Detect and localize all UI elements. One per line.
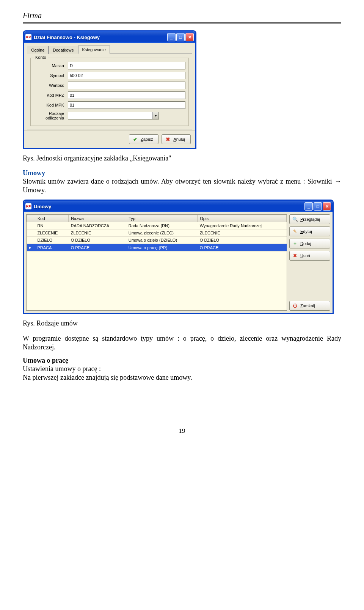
table-row[interactable]: DZIEŁOO DZIEŁOUmowa o dzieło (DZIELO)O D… bbox=[27, 237, 287, 244]
tab-ogolne[interactable]: Ogólne bbox=[27, 46, 49, 54]
close-button[interactable]: ✕ bbox=[323, 202, 331, 211]
page-header-title: Firma bbox=[23, 11, 341, 20]
minimize-button[interactable]: _ bbox=[167, 33, 176, 41]
plus-icon: ＋ bbox=[292, 241, 298, 247]
close-icon: ✕ bbox=[325, 204, 329, 209]
maximize-icon: □ bbox=[317, 204, 319, 209]
close-button[interactable]: ✕ bbox=[185, 33, 194, 41]
button-row: ✔ Zapisz ✖ Anuluj bbox=[24, 130, 195, 148]
input-kodmpk[interactable] bbox=[68, 101, 185, 109]
col-typ[interactable]: Typ bbox=[126, 215, 198, 222]
minimize-button[interactable]: _ bbox=[304, 202, 313, 211]
section-umowy-title: Umowy bbox=[23, 169, 341, 177]
cancel-button[interactable]: ✖ Anuluj bbox=[162, 134, 191, 144]
col-nazwa[interactable]: Nazwa bbox=[69, 215, 126, 222]
combo-rodzaje[interactable] bbox=[68, 112, 159, 119]
col-kod[interactable]: Kod bbox=[35, 215, 69, 222]
paragraph-types: W programie dostępne są standardowo typy… bbox=[23, 334, 341, 351]
section-uop-title: Umowa o pracę bbox=[23, 357, 341, 365]
tab-ksiegowanie[interactable]: Ksiegowanie bbox=[78, 46, 110, 54]
add-button[interactable]: ＋ Dodaj bbox=[289, 239, 330, 248]
tabstrip: Ogólne Dodatkowe Ksiegowanie bbox=[24, 43, 195, 53]
cell-opis: Wynagrodzenie Rady Nadzorczej bbox=[198, 222, 287, 230]
label-symbol: Symbol bbox=[34, 73, 68, 78]
cell-opis: ZLECENIE bbox=[198, 230, 287, 237]
input-wartosc[interactable] bbox=[68, 82, 185, 89]
cell-nazwa: O DZIEŁO bbox=[69, 237, 126, 244]
grid[interactable]: Kod Nazwa Typ Opis RNRADA NADZORCZARada … bbox=[26, 214, 287, 311]
label-maska: Maska bbox=[34, 63, 68, 68]
table-row[interactable]: RNRADA NADZORCZARada Nadzorcza (RN)Wynag… bbox=[27, 222, 287, 230]
cancel-button-label: Anuluj bbox=[173, 137, 185, 141]
browse-button-label: Przeglądaj bbox=[300, 217, 320, 222]
cell-kod: ZLECENIE bbox=[35, 230, 69, 237]
maximize-button[interactable]: □ bbox=[314, 202, 322, 211]
window-title: Dział Finansowo - Księgowy bbox=[34, 35, 167, 40]
cell-kod: RN bbox=[35, 222, 69, 230]
input-kodmpz[interactable] bbox=[68, 91, 185, 99]
close-button[interactable]: ⏻ Zamknij bbox=[289, 301, 330, 311]
sidebar-buttons: 🔍 Przeglądaj ✎ Edytuj ＋ Dodaj ✖ Usuń ⏻ Z… bbox=[289, 214, 330, 311]
cell-typ: Umowa o pracę (PR) bbox=[126, 244, 198, 252]
cell-typ: Rada Nadzorcza (RN) bbox=[126, 222, 198, 230]
cell-kod: PRACA bbox=[35, 244, 69, 252]
input-symbol[interactable] bbox=[68, 72, 185, 79]
grid-header-row: Kod Nazwa Typ Opis bbox=[27, 215, 287, 222]
cell-nazwa: O PRACĘ bbox=[69, 244, 126, 252]
x-icon: ✖ bbox=[165, 136, 171, 142]
input-maska[interactable] bbox=[68, 62, 185, 69]
cell-opis: O PRACĘ bbox=[198, 244, 287, 252]
tab-dodatkowe[interactable]: Dodatkowe bbox=[49, 46, 78, 54]
x-icon: ✖ bbox=[292, 253, 298, 259]
cell-typ: Umowa o dzieło (DZIELO) bbox=[126, 237, 198, 244]
edit-button-label: Edytuj bbox=[300, 229, 312, 234]
browse-button[interactable]: 🔍 Przeglądaj bbox=[289, 214, 330, 224]
maximize-button[interactable]: □ bbox=[176, 33, 185, 41]
close-button-label: Zamknij bbox=[300, 303, 315, 308]
delete-button-label: Usuń bbox=[300, 253, 310, 258]
app-icon: KP bbox=[25, 34, 31, 40]
save-button-label: Zapisz bbox=[141, 137, 153, 141]
dialog-financial-dept: KP Dział Finansowo - Księgowy _ □ ✕ Ogól… bbox=[23, 30, 196, 149]
cell-nazwa: ZLECENIE bbox=[69, 230, 126, 237]
grid-empty-area bbox=[27, 252, 287, 310]
window-title: Umowy bbox=[34, 204, 304, 209]
titlebar[interactable]: KP Umowy _ □ ✕ bbox=[24, 201, 333, 212]
save-button[interactable]: ✔ Zapisz bbox=[129, 134, 158, 144]
col-opis[interactable]: Opis bbox=[198, 215, 287, 222]
minimize-icon: _ bbox=[170, 35, 173, 39]
cell-opis: O DZIEŁO bbox=[198, 237, 287, 244]
tab-panel: Konto Maska Symbol Wartość Kod MPZ Kod M… bbox=[27, 53, 192, 129]
table-row[interactable]: ▸PRACAO PRACĘUmowa o pracę (PR)O PRACĘ bbox=[27, 244, 287, 252]
dialog-umowy: KP Umowy _ □ ✕ Kod Nazwa Typ Opis RNRADA bbox=[23, 200, 334, 314]
table-row[interactable]: ZLECENIEZLECENIEUmowa zlecenie (ZLEC)ZLE… bbox=[27, 230, 287, 237]
figure-caption-1: Rys. Jednostki organizacyjne zakładka „K… bbox=[23, 154, 341, 162]
delete-button[interactable]: ✖ Usuń bbox=[289, 251, 330, 261]
header-rule bbox=[23, 22, 341, 24]
section-uop-body: Ustawienia umowy o pracę : Na pierwszej … bbox=[23, 365, 341, 382]
titlebar[interactable]: KP Dział Finansowo - Księgowy _ □ ✕ bbox=[24, 31, 195, 43]
cell-kod: DZIEŁO bbox=[35, 237, 69, 244]
power-icon: ⏻ bbox=[292, 303, 298, 309]
pencil-icon: ✎ bbox=[292, 228, 298, 234]
maximize-icon: □ bbox=[179, 35, 182, 39]
label-rodzaje: Rodzaje odliczenia bbox=[34, 111, 68, 120]
add-button-label: Dodaj bbox=[300, 241, 311, 246]
minimize-icon: _ bbox=[308, 204, 310, 209]
edit-button[interactable]: ✎ Edytuj bbox=[289, 226, 330, 236]
label-wartosc: Wartość bbox=[34, 83, 68, 88]
chevron-down-icon[interactable]: ▾ bbox=[152, 112, 158, 119]
figure-caption-2: Rys. Rodzaje umów bbox=[23, 319, 341, 327]
label-kodmpk: Kod MPK bbox=[34, 103, 68, 107]
close-icon: ✕ bbox=[188, 35, 191, 40]
magnifier-icon: 🔍 bbox=[292, 216, 298, 222]
section-umowy-body: Słownik umów zawiera dane o rodzajach um… bbox=[23, 177, 341, 194]
page-number: 19 bbox=[23, 427, 341, 435]
app-icon: KP bbox=[25, 203, 31, 209]
check-icon: ✔ bbox=[132, 136, 138, 142]
cell-nazwa: RADA NADZORCZA bbox=[69, 222, 126, 230]
cell-typ: Umowa zlecenie (ZLEC) bbox=[126, 230, 198, 237]
label-kodmpz: Kod MPZ bbox=[34, 93, 68, 97]
fieldset-konto: Konto Maska Symbol Wartość Kod MPZ Kod M… bbox=[30, 58, 189, 126]
fieldset-legend: Konto bbox=[34, 55, 48, 60]
